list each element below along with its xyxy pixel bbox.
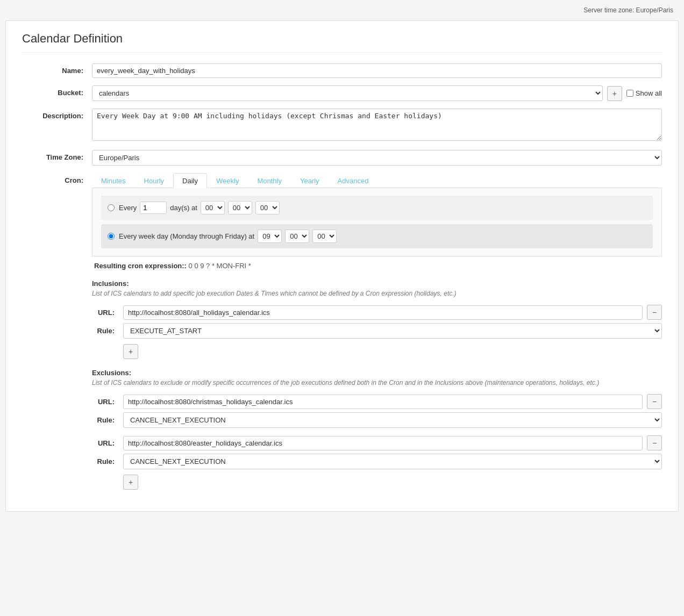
inclusions-add-wrap: +: [123, 344, 662, 359]
exclusion-remove-button-1[interactable]: −: [647, 435, 662, 450]
cron-label: Cron:: [22, 173, 92, 184]
cron-daily-option2: Every week day (Monday through Friday) a…: [101, 224, 653, 248]
resulting-cron-label: Resulting cron expression::: [94, 262, 187, 270]
inclusion-url-input-0[interactable]: [123, 305, 643, 320]
exclusions-title: Exclusions:: [92, 369, 662, 377]
inclusion-rule-select-0[interactable]: EXECUTE_AT_START EXECUTE_AT_END DO_NOT_E…: [123, 323, 662, 339]
main-content: Calendar Definition Name: Bucket: calend…: [5, 20, 679, 512]
exclusions-add-wrap: +: [123, 475, 662, 490]
cron-daily-panel: Every day(s) at 00010203 00153045 001530…: [92, 188, 662, 256]
timezone-wrap: Europe/Paris: [92, 150, 662, 166]
show-all-wrap: Show all: [626, 89, 662, 97]
daily-hour2-select[interactable]: 00010203 04050607 08091011 12131415 1617…: [258, 230, 282, 243]
weekday-text: Every week day (Monday through Friday) a…: [119, 232, 254, 240]
cron-tabs: Minutes Hourly Daily Weekly Monthly Year…: [92, 173, 662, 188]
daily-hour1-select[interactable]: 00010203: [201, 201, 225, 214]
description-label: Description:: [22, 109, 92, 120]
tab-yearly[interactable]: Yearly: [291, 173, 329, 188]
exclusion-url-label-1: URL:: [92, 439, 119, 447]
exclusion-url-label-0: URL:: [92, 398, 119, 406]
exclusion-rule-select-0[interactable]: EXECUTE_AT_START CANCEL_NEXT_EXECUTION D…: [123, 412, 662, 428]
inclusion-rule-row-0: Rule: EXECUTE_AT_START EXECUTE_AT_END DO…: [92, 323, 662, 339]
timezone-select[interactable]: Europe/Paris: [92, 150, 662, 166]
timezone-row: Time Zone: Europe/Paris: [22, 150, 662, 166]
timezone-label: Time Zone:: [22, 150, 92, 161]
resulting-cron-value: 0 0 9 ? * MON-FRI *: [189, 262, 251, 270]
exclusion-rule-row-0: Rule: EXECUTE_AT_START CANCEL_NEXT_EXECU…: [92, 412, 662, 428]
description-textarea[interactable]: Every Week Day at 9:00 AM including holi…: [92, 109, 662, 141]
daily-interval-input[interactable]: [140, 202, 167, 214]
inclusion-url-label-0: URL:: [92, 309, 119, 317]
name-label: Name:: [22, 63, 92, 75]
tab-daily[interactable]: Daily: [173, 173, 207, 188]
name-wrap: [92, 63, 662, 78]
daily-sec1-select[interactable]: 00153045: [255, 201, 280, 214]
inclusion-url-row-0: URL: −: [92, 305, 662, 320]
tab-minutes[interactable]: Minutes: [92, 173, 135, 188]
tab-weekly[interactable]: Weekly: [207, 173, 248, 188]
exclusion-url-row-0: URL: −: [92, 394, 662, 409]
exclusions-add-button[interactable]: +: [123, 475, 138, 490]
exclusion-url-input-1[interactable]: [123, 436, 643, 450]
exclusion-rule-row-1: Rule: EXECUTE_AT_START CANCEL_NEXT_EXECU…: [92, 454, 662, 469]
tab-advanced[interactable]: Advanced: [329, 173, 378, 188]
server-timezone: Server time zone: Europe/Paris: [0, 0, 684, 20]
exclusion-entry-0: URL: − Rule: EXECUTE_AT_START CANCEL_NEX…: [92, 394, 662, 428]
page-title: Calendar Definition: [22, 32, 662, 53]
name-row: Name:: [22, 63, 662, 78]
inclusions-desc: List of ICS calendars to add specific jo…: [92, 290, 662, 297]
cron-daily-label1: Every day(s) at 00010203 00153045 001530…: [119, 201, 280, 214]
daily-min2-select[interactable]: 00153045: [285, 230, 309, 243]
exclusion-url-row-1: URL: −: [92, 435, 662, 450]
inclusions-title: Inclusions:: [92, 280, 662, 288]
tab-hourly[interactable]: Hourly: [135, 173, 174, 188]
exclusions-desc: List of ICS calendars to exclude or modi…: [92, 379, 662, 386]
inclusions-add-button[interactable]: +: [123, 344, 138, 359]
exclusion-rule-label-1: Rule:: [92, 457, 119, 465]
exclusion-rule-label-0: Rule:: [92, 416, 119, 424]
inclusion-entry-0: URL: − Rule: EXECUTE_AT_START EXECUTE_AT…: [92, 305, 662, 339]
show-all-checkbox[interactable]: [626, 90, 633, 97]
name-input[interactable]: [92, 63, 662, 78]
show-all-label: Show all: [636, 89, 662, 97]
every-text: Every: [119, 204, 137, 212]
cron-daily-label2: Every week day (Monday through Friday) a…: [119, 230, 337, 243]
exclusion-rule-select-1[interactable]: EXECUTE_AT_START CANCEL_NEXT_EXECUTION D…: [123, 454, 662, 469]
bucket-select[interactable]: calendars: [92, 85, 603, 101]
daily-sec2-select[interactable]: 00153045: [312, 230, 337, 243]
cron-wrap: Minutes Hourly Daily Weekly Monthly Year…: [92, 173, 662, 270]
exclusion-entry-1: URL: − Rule: EXECUTE_AT_START CANCEL_NEX…: [92, 435, 662, 469]
cron-row: Cron: Minutes Hourly Daily Weekly Monthl…: [22, 173, 662, 270]
bucket-wrap: calendars + Show all: [92, 85, 662, 101]
days-at-text: day(s) at: [170, 204, 197, 212]
description-wrap: Every Week Day at 9:00 AM including holi…: [92, 109, 662, 142]
add-bucket-button[interactable]: +: [607, 86, 622, 101]
daily-min1-select[interactable]: 00153045: [228, 201, 252, 214]
exclusion-url-input-0[interactable]: [123, 395, 643, 409]
inclusions-section: Inclusions: List of ICS calendars to add…: [22, 280, 662, 359]
bucket-label: Bucket:: [22, 85, 92, 97]
description-row: Description: Every Week Day at 9:00 AM i…: [22, 109, 662, 142]
tab-monthly[interactable]: Monthly: [248, 173, 291, 188]
bucket-row: Bucket: calendars + Show all: [22, 85, 662, 101]
inclusion-remove-button-0[interactable]: −: [647, 305, 662, 320]
cron-daily-option1: Every day(s) at 00010203 00153045 001530…: [101, 196, 653, 220]
bucket-controls: calendars + Show all: [92, 85, 662, 101]
resulting-cron-expr: Resulting cron expression:: 0 0 9 ? * MO…: [92, 262, 662, 270]
cron-daily-radio2[interactable]: [108, 233, 115, 240]
inclusion-rule-label-0: Rule:: [92, 327, 119, 335]
exclusion-remove-button-0[interactable]: −: [647, 394, 662, 409]
exclusions-section: Exclusions: List of ICS calendars to exc…: [22, 369, 662, 490]
cron-daily-radio1[interactable]: [108, 204, 115, 211]
